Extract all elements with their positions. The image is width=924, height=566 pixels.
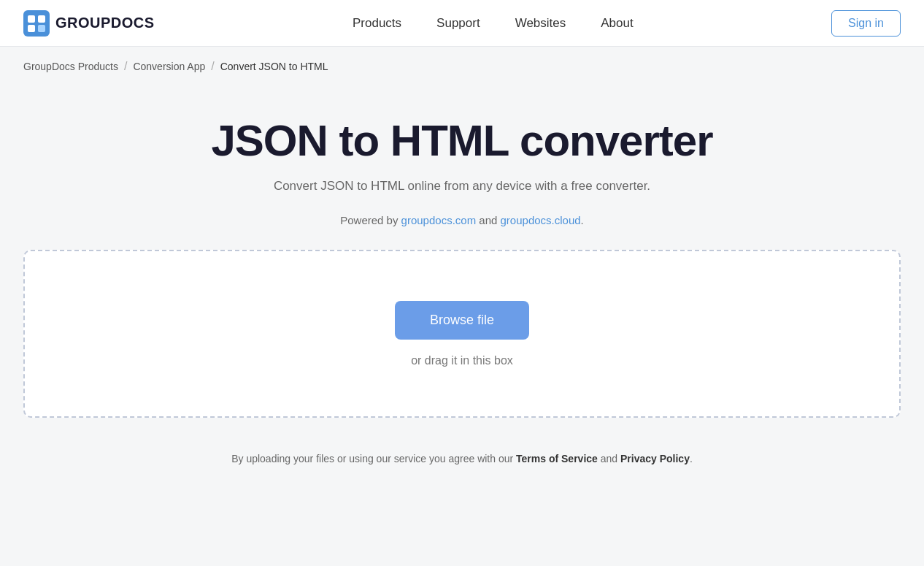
svg-rect-3 xyxy=(28,25,35,32)
header: GROUPDOCS Products Support Websites Abou… xyxy=(0,0,924,47)
terms-of-service-link[interactable]: Terms of Service xyxy=(516,453,598,464)
main-nav: Products Support Websites About xyxy=(353,16,634,31)
nav-products[interactable]: Products xyxy=(353,16,401,31)
footer-note: By uploading your files or using our ser… xyxy=(231,441,693,476)
powered-by: Powered by groupdocs.com and groupdocs.c… xyxy=(340,214,584,226)
privacy-policy-link[interactable]: Privacy Policy xyxy=(620,453,690,464)
svg-rect-4 xyxy=(38,25,45,32)
upload-dropzone[interactable]: Browse file or drag it in this box xyxy=(23,250,901,418)
signin-button[interactable]: Sign in xyxy=(831,10,901,37)
browse-file-button[interactable]: Browse file xyxy=(395,301,529,340)
nav-about[interactable]: About xyxy=(601,16,633,31)
footer-note-suffix: . xyxy=(690,453,693,464)
logo-icon xyxy=(23,10,50,37)
logo[interactable]: GROUPDOCS xyxy=(23,10,155,37)
nav-support[interactable]: Support xyxy=(436,16,480,31)
powered-by-link1[interactable]: groupdocs.com xyxy=(401,214,477,226)
page-subtitle: Convert JSON to HTML online from any dev… xyxy=(274,179,650,194)
drag-text: or drag it in this box xyxy=(411,354,513,367)
svg-rect-0 xyxy=(23,10,50,37)
page-title: JSON to HTML converter xyxy=(211,115,712,166)
powered-by-and: and xyxy=(476,214,500,226)
powered-by-prefix: Powered by xyxy=(340,214,401,226)
logo-text: GROUPDOCS xyxy=(55,15,155,31)
main-content: JSON to HTML converter Convert JSON to H… xyxy=(0,86,924,491)
footer-note-prefix: By uploading your files or using our ser… xyxy=(231,453,516,464)
nav-websites[interactable]: Websites xyxy=(515,16,566,31)
powered-by-link2[interactable]: groupdocs.cloud xyxy=(501,214,581,226)
breadcrumb-current: Convert JSON to HTML xyxy=(220,61,328,72)
powered-by-suffix: . xyxy=(581,214,584,226)
footer-note-and: and xyxy=(598,453,620,464)
breadcrumb-conversion-app[interactable]: Conversion App xyxy=(133,61,205,72)
breadcrumb: GroupDocs Products / Conversion App / Co… xyxy=(0,47,924,86)
breadcrumb-separator-1: / xyxy=(124,60,127,73)
breadcrumb-groupdocs-products[interactable]: GroupDocs Products xyxy=(23,61,118,72)
svg-rect-1 xyxy=(28,15,35,23)
breadcrumb-separator-2: / xyxy=(211,60,214,73)
svg-rect-2 xyxy=(38,15,45,23)
